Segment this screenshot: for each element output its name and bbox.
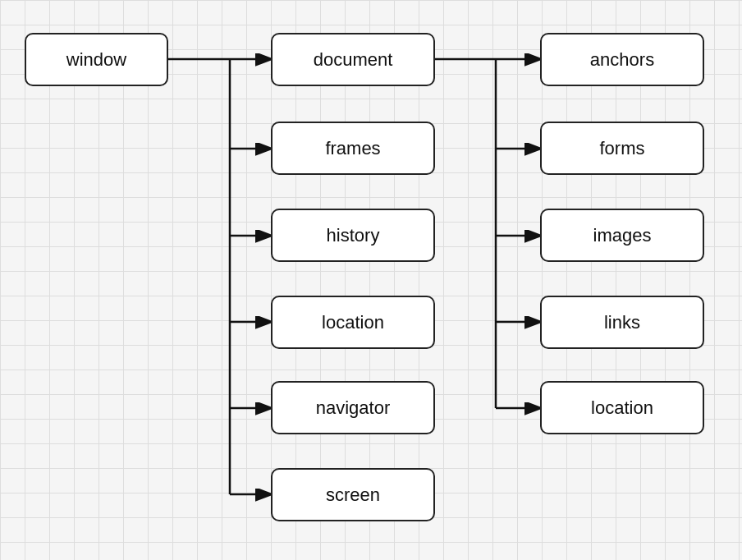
node-location: location — [271, 296, 435, 349]
node-frames: frames — [271, 122, 435, 175]
node-links: links — [540, 296, 704, 349]
node-window: window — [25, 33, 168, 86]
node-navigator: navigator — [271, 381, 435, 434]
node-forms: forms — [540, 122, 704, 175]
node-screen: screen — [271, 468, 435, 521]
node-location2: location — [540, 381, 704, 434]
node-history: history — [271, 209, 435, 262]
node-anchors: anchors — [540, 33, 704, 86]
diagram: window document frames history location … — [0, 0, 742, 560]
node-images: images — [540, 209, 704, 262]
node-document: document — [271, 33, 435, 86]
